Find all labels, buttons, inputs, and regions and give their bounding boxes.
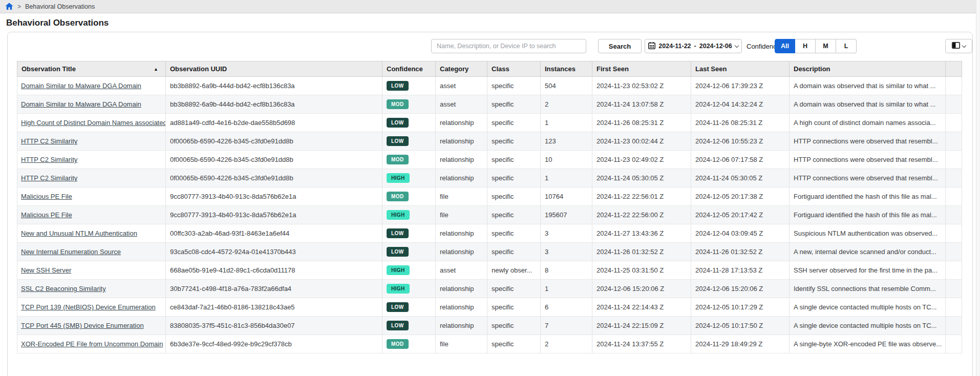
last-seen-cell: 2024-11-26 08:25:31 Z bbox=[691, 114, 790, 132]
vertical-scrollbar[interactable] bbox=[976, 0, 980, 376]
first-seen-cell: 2024-11-23 00:02:44 Z bbox=[592, 132, 691, 151]
confidence-filter-group: AllHML bbox=[775, 39, 857, 53]
column-header-category[interactable]: Category bbox=[436, 61, 487, 77]
category-cell: asset bbox=[436, 261, 487, 280]
empty-cell bbox=[946, 224, 962, 243]
observation-title-link[interactable]: TCP Port 445 (SMB) Device Enumeration bbox=[21, 322, 144, 329]
instances-cell: 2 bbox=[541, 335, 592, 353]
category-cell: file bbox=[436, 206, 487, 224]
instances-cell: 3 bbox=[541, 224, 592, 243]
confidence-badge: LOW bbox=[387, 118, 409, 128]
empty-cell bbox=[946, 317, 962, 335]
search-input[interactable] bbox=[431, 39, 586, 53]
sort-ascending-icon: ▲ bbox=[154, 67, 158, 72]
instances-cell: 7 bbox=[541, 317, 592, 335]
page-title: Behavioral Observations bbox=[6, 18, 980, 28]
description-cell: Fortiguard identified the hash of this f… bbox=[790, 187, 946, 206]
observation-title-link[interactable]: Malicious PE File bbox=[21, 211, 72, 219]
column-picker-button[interactable] bbox=[945, 39, 972, 53]
column-header-instances[interactable]: Instances bbox=[541, 61, 592, 77]
column-header-confidence[interactable]: Confidence bbox=[382, 61, 436, 77]
class-cell: specific bbox=[487, 169, 541, 187]
observation-title-link[interactable]: SSL C2 Beaconing Similarity bbox=[21, 285, 106, 293]
confidence-filter-l[interactable]: L bbox=[836, 39, 857, 53]
last-seen-cell: 2024-12-06 07:17:58 Z bbox=[691, 151, 790, 169]
description-cell: Fortiguard identified the hash of this f… bbox=[790, 206, 946, 224]
column-header-observation-uuid[interactable]: Observation UUID bbox=[166, 61, 382, 77]
observation-title-link[interactable]: Malicious PE File bbox=[21, 193, 72, 200]
observation-uuid-cell: 9cc80777-3913-4b40-913c-8da576b62e1a bbox=[166, 187, 382, 206]
instances-cell: 6 bbox=[541, 298, 592, 317]
description-cell: Suspicious NTLM authentication was obser… bbox=[790, 224, 946, 243]
instances-cell: 8 bbox=[541, 261, 592, 280]
description-cell: A single device contacted multiple hosts… bbox=[790, 298, 946, 317]
confidence-badge: LOW bbox=[387, 302, 409, 312]
description-cell: A domain was observed that is similar to… bbox=[790, 77, 946, 95]
description-cell: HTTP connections were observed that rese… bbox=[790, 132, 946, 151]
observation-title-link[interactable]: High Count of Distinct Domain Names asso… bbox=[21, 119, 166, 127]
breadcrumb: > Behavioral Observations bbox=[0, 0, 980, 13]
observation-title-link[interactable]: HTTP C2 Similarity bbox=[21, 156, 77, 163]
home-icon[interactable] bbox=[5, 3, 13, 10]
observation-title-link[interactable]: HTTP C2 Similarity bbox=[21, 137, 77, 145]
observation-uuid-cell: 83808035-37f5-451c-81c3-856b4da30e07 bbox=[166, 317, 382, 335]
first-seen-cell: 2024-11-24 13:07:58 Z bbox=[592, 95, 691, 114]
observation-title-link[interactable]: New and Unusual NTLM Authentication bbox=[21, 229, 137, 237]
first-seen-cell: 2024-11-26 08:25:31 Z bbox=[592, 114, 691, 132]
observation-title-link[interactable]: HTTP C2 Similarity bbox=[21, 174, 77, 182]
column-header-class[interactable]: Class bbox=[487, 61, 541, 77]
confidence-badge: MOD bbox=[387, 99, 409, 109]
instances-cell: 2 bbox=[541, 95, 592, 114]
confidence-filter-m[interactable]: M bbox=[816, 39, 836, 53]
columns-icon bbox=[952, 41, 960, 51]
instances-cell: 504 bbox=[541, 77, 592, 95]
observation-title-link[interactable]: New SSH Server bbox=[21, 266, 71, 274]
observation-uuid-cell: bb3b8892-6a9b-444d-bd42-ecf8b136c83a bbox=[166, 77, 382, 95]
observation-uuid-cell: 93ca5c08-cdc4-4572-924a-01e41370b443 bbox=[166, 243, 382, 261]
table-row: HTTP C2 Similarity 0f00065b-6590-4226-b3… bbox=[17, 169, 962, 187]
empty-cell bbox=[946, 132, 962, 151]
first-seen-cell: 2024-11-24 22:14:43 Z bbox=[592, 298, 691, 317]
empty-cell bbox=[946, 95, 962, 114]
instances-cell: 3 bbox=[541, 243, 592, 261]
empty-cell bbox=[946, 280, 962, 298]
confidence-filter-all[interactable]: All bbox=[775, 39, 795, 53]
observation-title-link[interactable]: TCP Port 139 (NetBIOS) Device Enumeratio… bbox=[21, 303, 156, 311]
observations-card: Search 2024-11-22 - 2024-12-06 Confidenc… bbox=[7, 32, 973, 376]
first-seen-cell: 2024-11-24 05:30:05 Z bbox=[592, 169, 691, 187]
empty-cell bbox=[946, 187, 962, 206]
search-button[interactable]: Search bbox=[598, 39, 642, 53]
column-header-observation-title[interactable]: Observation Title▲ bbox=[17, 61, 166, 77]
class-cell: specific bbox=[487, 335, 541, 353]
observation-uuid-cell: 6b3de37e-9ccf-48ed-992e-b9c29cf378cb bbox=[166, 335, 382, 353]
last-seen-cell: 2024-12-05 10:17:50 Z bbox=[691, 317, 790, 335]
instances-cell: 1 bbox=[541, 280, 592, 298]
empty-cell bbox=[946, 114, 962, 132]
instances-cell: 195607 bbox=[541, 206, 592, 224]
last-seen-cell: 2024-12-05 10:17:29 Z bbox=[691, 298, 790, 317]
description-cell: Identify SSL connections that resemble C… bbox=[790, 280, 946, 298]
observation-title-link[interactable]: Domain Similar to Malware DGA Domain bbox=[21, 82, 141, 90]
confidence-filter-h[interactable]: H bbox=[795, 39, 816, 53]
column-header-empty bbox=[946, 61, 962, 77]
observation-title-link[interactable]: Domain Similar to Malware DGA Domain bbox=[21, 100, 141, 108]
confidence-badge: LOW bbox=[387, 247, 409, 257]
column-header-description[interactable]: Description bbox=[790, 61, 946, 77]
last-seen-cell: 2024-12-04 14:32:24 Z bbox=[691, 95, 790, 114]
calendar-icon bbox=[648, 42, 655, 51]
last-seen-cell: 2024-12-06 15:20:06 Z bbox=[691, 280, 790, 298]
class-cell: specific bbox=[487, 77, 541, 95]
observation-uuid-cell: ce843daf-7a21-46b0-8186-138218c43ae5 bbox=[166, 298, 382, 317]
category-cell: asset bbox=[436, 77, 487, 95]
observation-title-link[interactable]: New Internal Enumeration Source bbox=[21, 248, 121, 256]
category-cell: relationship bbox=[436, 114, 487, 132]
column-header-last-seen[interactable]: Last Seen bbox=[691, 61, 790, 77]
column-header-first-seen[interactable]: First Seen bbox=[592, 61, 691, 77]
confidence-badge: MOD bbox=[387, 155, 409, 164]
date-range-picker[interactable]: 2024-11-22 - 2024-12-06 bbox=[645, 39, 742, 53]
last-seen-cell: 2024-11-29 18:49:29 Z bbox=[691, 335, 790, 353]
confidence-badge: LOW bbox=[387, 136, 409, 146]
observation-title-link[interactable]: XOR-Encoded PE File from Uncommon Domain bbox=[21, 340, 163, 348]
description-cell: HTTP connections were observed that rese… bbox=[790, 169, 946, 187]
class-cell: specific bbox=[487, 151, 541, 169]
